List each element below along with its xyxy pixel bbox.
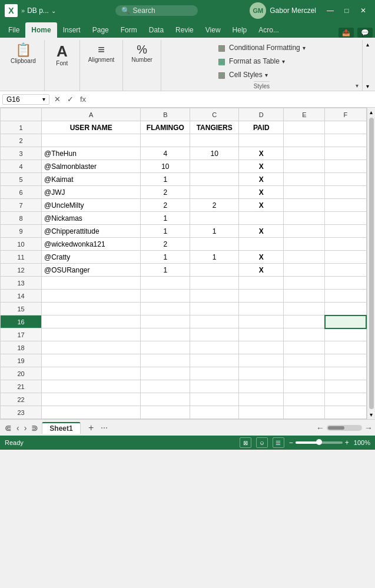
sheet-nav-last[interactable]: ⋑ [29,423,41,433]
zoom-thumb[interactable] [316,439,322,445]
row-header-5[interactable]: 5 [1,173,42,186]
add-sheet-button[interactable]: + [84,421,98,435]
cell-9-0[interactable]: @Chipperattitude [42,225,141,238]
cell-8-3[interactable] [239,212,284,225]
font-button[interactable]: A Font [51,41,72,69]
alignment-button[interactable]: ≡ Alignment [85,41,118,65]
cell-10-2[interactable] [190,238,239,251]
sheet-tab-sheet1[interactable]: Sheet1 [42,422,80,434]
cell-6-5[interactable] [325,186,366,199]
cell-12-1[interactable]: 1 [141,264,190,277]
formula-bar-fx-icon[interactable]: fx [78,95,88,104]
cell-11-5[interactable] [325,251,366,264]
cell-10-5[interactable] [325,238,366,251]
maximize-button[interactable]: □ [340,4,354,18]
cell-17-2[interactable] [190,328,239,341]
cell-15-1[interactable] [141,303,190,315]
zoom-out-icon[interactable]: − [289,438,293,447]
ribbon-scroll-up[interactable]: ▴ [363,40,373,49]
row-header-23[interactable]: 23 [1,406,42,419]
cell-9-1[interactable]: 1 [141,225,190,238]
cell-14-5[interactable] [325,290,366,303]
cell-14-2[interactable] [190,290,239,303]
cell-6-1[interactable]: 2 [141,186,190,199]
row-header-4[interactable]: 4 [1,160,42,173]
cell-17-5[interactable] [325,328,366,341]
cell-4-3[interactable]: X [239,160,284,173]
cell-7-4[interactable] [284,199,325,212]
cell-21-1[interactable] [141,380,190,393]
ribbon-scroll-down[interactable]: ▾ [363,82,373,91]
clipboard-button[interactable]: 📋 Clipboard [7,41,39,67]
formula-bar-check-icon[interactable]: ✓ [65,95,75,104]
cell-8-1[interactable]: 1 [141,212,190,225]
cell-6-3[interactable]: X [239,186,284,199]
zoom-in-icon[interactable]: + [345,438,349,447]
page-break-button[interactable]: ☰ [273,437,284,448]
cell-23-1[interactable] [141,406,190,419]
cell-19-4[interactable] [284,354,325,367]
cell-22-1[interactable] [141,393,190,406]
cell-4-1[interactable]: 10 [141,160,190,173]
cell-13-5[interactable] [325,277,366,290]
cell-10-0[interactable]: @wickedwonka121 [42,238,141,251]
cell-9-4[interactable] [284,225,325,238]
cell-20-4[interactable] [284,367,325,380]
cell-3-5[interactable] [325,147,366,160]
cell-15-5[interactable] [325,303,366,315]
tab-view[interactable]: View [200,22,227,38]
row-header-9[interactable]: 9 [1,225,42,238]
sheet-more-button[interactable]: ⋯ [101,424,108,432]
row-header-7[interactable]: 7 [1,199,42,212]
cell-14-3[interactable] [239,290,284,303]
page-layout-button[interactable]: ⎉ [256,437,268,448]
number-button[interactable]: % Number [128,41,156,65]
cell-14-1[interactable] [141,290,190,303]
row-header-14[interactable]: 14 [1,290,42,303]
cell-23-2[interactable] [190,406,239,419]
cell-10-3[interactable] [239,238,284,251]
cell-17-1[interactable] [141,328,190,341]
cell-1-5[interactable] [325,121,366,134]
cell-5-5[interactable] [325,173,366,186]
cell-12-5[interactable] [325,264,366,277]
format-as-table-button[interactable]: ▦ Format as Table ▾ [213,55,310,68]
cell-13-0[interactable] [42,277,141,290]
normal-view-button[interactable]: ⊠ [240,437,251,448]
cell-6-4[interactable] [284,186,325,199]
cell-22-2[interactable] [190,393,239,406]
cell-8-4[interactable] [284,212,325,225]
cell-2-2[interactable] [190,134,239,147]
cell-18-0[interactable] [42,341,141,354]
cell-2-4[interactable] [284,134,325,147]
tab-home[interactable]: Home [25,22,57,38]
row-header-1[interactable]: 1 [1,121,42,134]
cell-11-4[interactable] [284,251,325,264]
cell-4-4[interactable] [284,160,325,173]
cell-5-2[interactable] [190,173,239,186]
cell-6-0[interactable]: @JWJ [42,186,141,199]
cell-11-1[interactable]: 1 [141,251,190,264]
cell-17-0[interactable] [42,328,141,341]
cell-22-0[interactable] [42,393,141,406]
cell-styles-button[interactable]: ▦ Cell Styles ▾ [213,68,310,81]
row-header-11[interactable]: 11 [1,251,42,264]
col-header-D[interactable]: D [239,108,284,121]
cell-11-2[interactable]: 1 [190,251,239,264]
tab-acrobat[interactable]: Acro... [253,22,285,38]
cell-17-4[interactable] [284,328,325,341]
cell-23-3[interactable] [239,406,284,419]
sheet-nav-first[interactable]: ⋐ [2,423,14,433]
cell-21-0[interactable] [42,380,141,393]
zoom-slider[interactable]: − + [289,438,349,447]
cell-3-1[interactable]: 4 [141,147,190,160]
cell-2-0[interactable] [42,134,141,147]
row-header-19[interactable]: 19 [1,354,42,367]
cell-15-0[interactable] [42,303,141,315]
cell-7-5[interactable] [325,199,366,212]
cell-4-0[interactable]: @Salmonblaster [42,160,141,173]
cell-2-1[interactable] [141,134,190,147]
cell-1-2[interactable]: TANGIERS [190,121,239,134]
cell-21-3[interactable] [239,380,284,393]
tab-review[interactable]: Revie [170,22,200,38]
